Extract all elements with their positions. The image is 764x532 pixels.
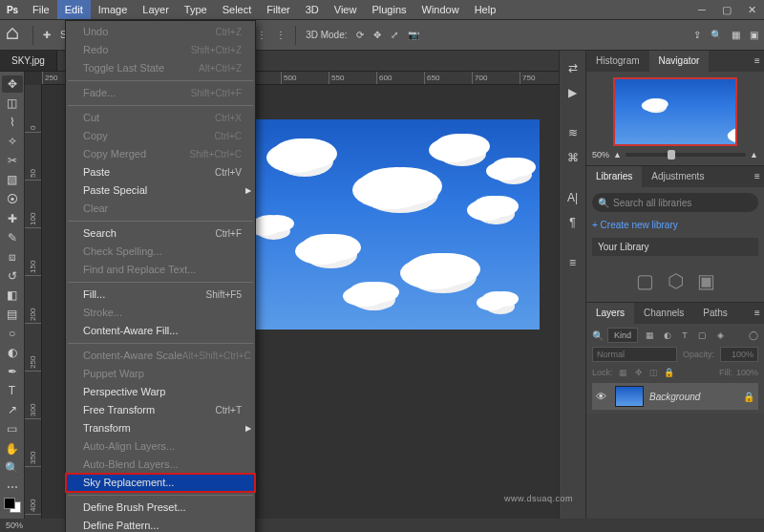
plus-icon[interactable]: ✚ [43,30,51,40]
menu-item-image[interactable]: Image [91,0,136,19]
edit-menu-free-transform[interactable]: Free TransformCtrl+T [66,401,255,419]
dodge-tool-icon[interactable]: ◐ [2,344,23,361]
edit-menu-content-aware-fill[interactable]: Content-Aware Fill... [66,322,255,340]
pan-icon[interactable]: ✥ [373,30,381,40]
edit-menu-search[interactable]: SearchCtrl+F [66,224,255,243]
menu-item-window[interactable]: Window [414,0,467,19]
panel-menu-icon[interactable]: ≡ [745,303,764,324]
distribute-icon[interactable]: ⋮ [276,30,286,40]
stamp-tool-icon[interactable]: ⧇ [2,248,23,266]
navigator-zoom-slider[interactable] [626,153,746,157]
menu-item-layer[interactable]: Layer [135,0,177,19]
edit-toolbar-icon[interactable]: ⋯ [2,479,23,496]
pen-tool-icon[interactable]: ✒ [2,363,23,380]
tab-layers[interactable]: Layers [586,303,634,324]
distribute-icon[interactable]: ⋮ [257,30,266,40]
camera-icon[interactable]: 📷 [408,30,419,40]
menu-item-edit[interactable]: Edit [57,0,91,19]
tab-navigator[interactable]: Navigator [649,51,710,72]
document-canvas[interactable] [244,119,540,330]
edit-menu-define-pattern[interactable]: Define Pattern... [66,517,255,532]
move-tool-icon[interactable]: ✥ [2,75,23,93]
strip-icon[interactable]: ≡ [563,253,583,272]
zoom-icon[interactable]: ⤢ [391,30,398,40]
history-brush-tool-icon[interactable]: ↺ [2,267,23,285]
filter-smart-icon[interactable]: ◈ [712,328,728,343]
panel-menu-icon[interactable]: ≡ [745,166,764,187]
search-icon[interactable]: 🔍 [711,30,722,40]
filter-toggle-icon[interactable]: ◯ [749,330,758,340]
layer-item-background[interactable]: 👁 Background 🔒 [592,383,758,410]
type-tool-icon[interactable]: T [2,382,23,399]
close-icon[interactable]: ✕ [739,0,764,19]
eraser-tool-icon[interactable]: ◧ [2,287,23,304]
strip-icon[interactable]: ⌘ [563,148,583,167]
edit-menu-paste-special[interactable]: Paste Special [66,181,255,200]
lasso-tool-icon[interactable]: ⌇ [2,114,23,131]
lock-icon[interactable]: 🔒 [743,392,754,402]
menu-item-file[interactable]: File [25,0,57,19]
eyedropper-tool-icon[interactable]: ⦿ [2,190,23,207]
shape-tool-icon[interactable]: ▭ [2,420,23,437]
lock-position-icon[interactable]: ✥ [632,366,646,379]
filter-pixel-icon[interactable]: ▦ [642,328,657,343]
tab-paths[interactable]: Paths [693,303,737,324]
blur-tool-icon[interactable]: ○ [2,325,23,342]
gradient-tool-icon[interactable]: ▤ [2,306,23,323]
tab-libraries[interactable]: Libraries [586,166,642,187]
strip-icon[interactable]: ≋ [563,123,583,142]
edit-menu-sky-replacement[interactable]: Sky Replacement... [66,474,255,492]
wand-tool-icon[interactable]: ✧ [2,133,23,150]
document-tab[interactable]: SKY.jpg [0,51,57,71]
home-icon[interactable] [6,27,23,44]
opacity-value[interactable]: 100% [720,347,758,362]
zoom-tool-icon[interactable]: 🔍 [2,459,23,477]
orbit-icon[interactable]: ⟳ [356,30,364,40]
lock-pixels-icon[interactable]: ▦ [617,366,630,379]
brush-tool-icon[interactable]: ✎ [2,229,23,246]
menu-item-view[interactable]: View [327,0,365,19]
navigator-thumbnail[interactable] [613,77,737,146]
strip-icon[interactable]: ¶ [563,213,583,232]
zoom-in-icon[interactable]: ▲ [750,150,758,160]
edit-menu-define-brush-preset[interactable]: Define Brush Preset... [66,499,255,517]
lock-all-icon[interactable]: 🔒 [663,366,676,379]
maximize-icon[interactable]: ▢ [714,0,739,19]
visibility-icon[interactable]: 👁 [596,391,609,402]
edit-menu-fill[interactable]: Fill...Shift+F5 [66,286,255,304]
menu-item-help[interactable]: Help [467,0,504,19]
filter-adjust-icon[interactable]: ◐ [660,328,675,343]
path-tool-icon[interactable]: ↗ [2,401,23,418]
edit-menu-perspective-warp[interactable]: Perspective Warp [66,383,255,401]
menu-item-type[interactable]: Type [177,0,215,19]
crop-tool-icon[interactable]: ✂ [2,152,23,169]
share-icon[interactable]: ⇪ [693,30,701,40]
strip-icon[interactable]: A| [563,188,583,207]
menu-item-plugins[interactable]: Plugins [364,0,414,19]
menu-item-filter[interactable]: Filter [259,0,297,19]
lock-artboard-icon[interactable]: ◫ [647,366,661,379]
blend-mode-select[interactable]: Normal [592,347,677,362]
strip-play-icon[interactable]: ▶ [563,83,583,102]
strip-icon[interactable]: ⇄ [563,58,583,77]
edit-menu-transform[interactable]: Transform [66,419,255,437]
edit-menu-paste[interactable]: PasteCtrl+V [66,163,255,181]
layer-filter-kind[interactable]: Kind [607,328,638,343]
filter-shape-icon[interactable]: ▢ [695,328,711,343]
your-library-item[interactable]: Your Library [592,238,758,256]
tab-channels[interactable]: Channels [634,303,693,324]
tab-adjustments[interactable]: Adjustments [642,166,713,187]
fill-value[interactable]: 100% [736,368,758,377]
create-new-library-button[interactable]: + Create new library [592,220,758,230]
workspace-icon[interactable]: ▦ [732,30,740,40]
library-search-input[interactable]: 🔍 Search all libraries [592,193,758,212]
tab-histogram[interactable]: Histogram [586,51,649,72]
filter-type-icon[interactable]: T [677,328,692,343]
color-swatch[interactable] [4,498,21,513]
status-zoom[interactable]: 50% [6,519,23,532]
heal-tool-icon[interactable]: ✚ [2,210,23,227]
hand-tool-icon[interactable]: ✋ [2,439,23,457]
minimize-icon[interactable]: ─ [690,0,714,19]
menu-item-3d[interactable]: 3D [298,0,327,19]
frame-tool-icon[interactable]: ▧ [2,171,23,188]
